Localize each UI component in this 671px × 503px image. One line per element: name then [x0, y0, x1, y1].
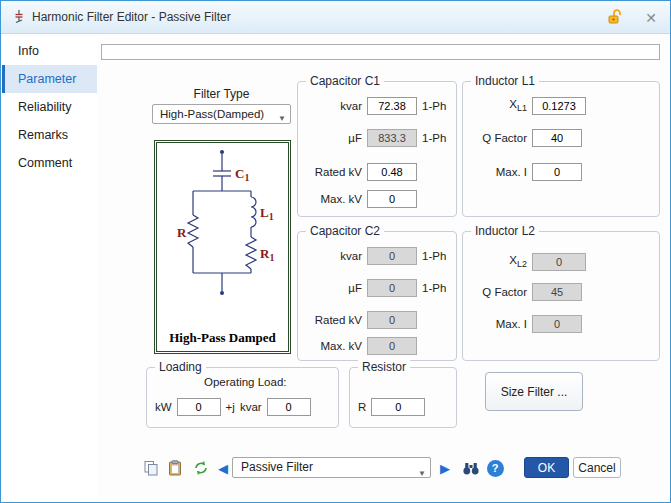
sidebar-item-remarks[interactable]: Remarks: [2, 121, 97, 149]
group-title-inductor-l2: Inductor L2: [471, 224, 539, 238]
chevron-down-icon: ▼: [278, 110, 286, 124]
chevron-down-icon: ▼: [418, 464, 426, 478]
group-title-capacitor-c1: Capacitor C1: [306, 74, 384, 88]
c1-label: C1: [235, 166, 249, 183]
sidebar-item-parameter[interactable]: Parameter: [2, 65, 97, 93]
row-c1-uf: µF 1-Ph: [304, 128, 450, 147]
l1-max-i-input[interactable]: [532, 163, 582, 181]
operating-load-label: Operating Load:: [204, 376, 286, 388]
group-title-loading: Loading: [155, 360, 206, 374]
group-resistor: Resistor R: [349, 367, 457, 428]
l2-max-i-label: Max. I: [469, 318, 527, 330]
harmonic-filter-editor-dialog: Harmonic Filter Editor - Passive Filter …: [0, 0, 671, 503]
help-button[interactable]: ?: [484, 457, 506, 479]
l2-x-label: XL2: [469, 254, 527, 269]
l2-x-input: [532, 253, 586, 271]
c2-uf-label: µF: [304, 282, 362, 294]
l1-q-factor-label: Q Factor: [469, 132, 527, 144]
copy-icon: [143, 460, 159, 476]
c2-kvar-input: [367, 247, 417, 265]
c1-kvar-label: kvar: [304, 100, 362, 112]
copy-button[interactable]: [140, 457, 162, 479]
row-c2-max-kv: Max. kV: [304, 336, 450, 355]
c2-rated-kv-input: [367, 311, 417, 329]
find-button[interactable]: [460, 457, 482, 479]
l2-q-factor-label: Q Factor: [469, 286, 527, 298]
resistor-r1-symbol: [246, 237, 256, 269]
sidebar-item-reliability[interactable]: Reliability: [2, 93, 97, 121]
group-capacitor-c2: Capacitor C2 kvar 1-Ph µF 1-Ph Rated kV …: [297, 231, 457, 361]
c1-uf-label: µF: [304, 132, 362, 144]
l2-max-i-input: [532, 315, 582, 333]
c1-uf-unit: 1-Ph: [422, 132, 446, 144]
diagram-caption: High-Pass Damped: [157, 330, 288, 346]
cancel-button[interactable]: Cancel: [573, 457, 621, 478]
loading-row: kW +j kvar: [155, 398, 311, 416]
c1-rated-kv-input[interactable]: [367, 163, 417, 181]
row-c1-max-kv: Max. kV: [304, 189, 450, 208]
r1-label: R1: [260, 246, 274, 263]
group-inductor-l1: Inductor L1 XL1 Q Factor Max. I: [462, 81, 660, 217]
r-label: R: [177, 225, 187, 240]
loading-kvar-input[interactable]: [267, 398, 311, 416]
paste-button[interactable]: [164, 457, 186, 479]
window-title: Harmonic Filter Editor - Passive Filter: [32, 10, 231, 24]
kw-label: kW: [155, 401, 172, 413]
c2-uf-input: [367, 279, 417, 297]
c1-max-kv-input[interactable]: [367, 190, 417, 208]
circuit-svg: C1 R L1 R1: [157, 145, 288, 313]
l1-x-label: XL1: [469, 98, 527, 113]
kw-input[interactable]: [177, 398, 221, 416]
prev-button[interactable]: ◀: [212, 457, 234, 479]
sidebar-item-info[interactable]: Info: [2, 37, 97, 65]
c2-kvar-label: kvar: [304, 250, 362, 262]
kvar-label: kvar: [240, 401, 262, 413]
row-c1-rated-kv: Rated kV: [304, 162, 450, 181]
group-title-capacitor-c2: Capacitor C2: [306, 224, 384, 238]
l2-q-factor-input: [532, 283, 582, 301]
group-inductor-l2: Inductor L2 XL2 Q Factor Max. I: [462, 231, 660, 361]
r-field-label: R: [358, 401, 366, 413]
ok-button[interactable]: OK: [524, 457, 569, 478]
row-l1-q-factor: Q Factor: [469, 128, 653, 147]
group-loading: Loading Operating Load: kW +j kvar: [146, 367, 339, 428]
c2-rated-kv-label: Rated kV: [304, 314, 362, 326]
c1-kvar-input[interactable]: [367, 97, 417, 115]
app-icon: [11, 9, 27, 28]
group-title-resistor: Resistor: [358, 360, 410, 374]
l1-max-i-label: Max. I: [469, 166, 527, 178]
element-navigator-select[interactable]: Passive Filter ▼: [232, 457, 431, 478]
next-button[interactable]: ▶: [434, 457, 456, 479]
l1-q-factor-input[interactable]: [532, 129, 582, 147]
sidebar: Info Parameter Reliability Remarks Comme…: [2, 37, 97, 502]
close-icon[interactable]: ✕: [640, 7, 662, 29]
resistor-r-symbol: [188, 215, 198, 247]
filter-type-label: Filter Type: [152, 87, 291, 101]
r-input[interactable]: [371, 398, 425, 416]
filter-type-value: High-Pass(Damped): [160, 108, 264, 120]
top-terminal-dot: [220, 150, 224, 154]
c1-rated-kv-label: Rated kV: [304, 166, 362, 178]
binoculars-icon: [462, 460, 480, 476]
paste-icon: [167, 460, 183, 476]
c2-kvar-unit: 1-Ph: [422, 250, 446, 262]
bottom-terminal-dot: [220, 291, 224, 295]
plus-j-label: +j: [226, 401, 235, 413]
c2-max-kv-input: [367, 337, 417, 355]
row-l2-q-factor: Q Factor: [469, 282, 653, 301]
lock-icon[interactable]: [604, 7, 626, 29]
circuit-diagram: C1 R L1 R1 High-Pass Damped: [154, 140, 291, 354]
sync-button[interactable]: [190, 457, 212, 479]
row-c2-kvar: kvar 1-Ph: [304, 246, 450, 265]
titlebar: Harmonic Filter Editor - Passive Filter …: [1, 1, 670, 34]
help-icon: ?: [487, 460, 504, 477]
size-filter-button[interactable]: Size Filter ...: [485, 372, 583, 411]
inductor-l1-symbol: [251, 197, 256, 227]
sidebar-item-comment[interactable]: Comment: [2, 149, 97, 177]
element-navigator-value: Passive Filter: [241, 460, 313, 474]
l1-x-input[interactable]: [532, 97, 586, 115]
filter-type-select[interactable]: High-Pass(Damped) ▼: [152, 104, 291, 124]
c1-uf-input: [367, 129, 417, 147]
row-l2-max-i: Max. I: [469, 314, 653, 333]
group-capacitor-c1: Capacitor C1 kvar 1-Ph µF 1-Ph Rated kV …: [297, 81, 457, 217]
